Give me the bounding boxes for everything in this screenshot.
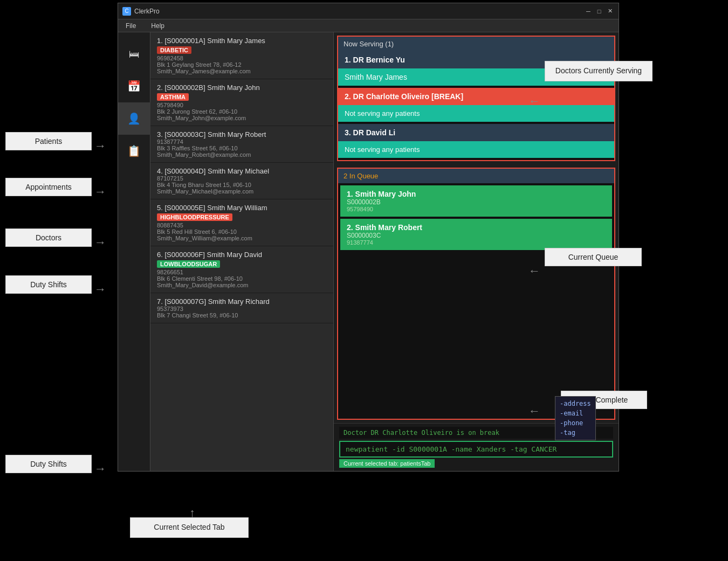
- queue-item-name: 1. Smith Mary John: [347, 190, 606, 198]
- patient-not-serving-bar: Not serving any patients: [338, 141, 614, 158]
- arrow-doctors: →: [94, 236, 106, 250]
- sidebar: 🛏 📅 👤 📋: [118, 32, 150, 471]
- queue-item-id: S0000003C: [347, 232, 606, 239]
- arrow-patients: →: [94, 139, 106, 153]
- patient-name: 5. [S0000005E] Smith Mary William: [157, 204, 327, 212]
- close-button[interactable]: ✕: [606, 7, 614, 16]
- patient-email: Smith_Mary_William@example.com: [157, 235, 327, 241]
- patient-name: 1. [S0000001A] Smith Mary James: [157, 37, 327, 45]
- queue-title: 2 In Queue: [344, 172, 378, 180]
- patient-tag: ASTHMA: [157, 93, 189, 101]
- queue-item[interactable]: 1. Smith Mary John S0000002B 95798490: [340, 185, 612, 217]
- app-icon: C: [122, 7, 131, 16]
- command-input[interactable]: [339, 441, 613, 458]
- titlebar-controls: ─ □ ✕: [584, 7, 614, 16]
- patient-email: Smith_Mary_Robert@example.com: [157, 151, 327, 158]
- status-message: Doctor DR Charlotte Oliveiro is on break: [344, 429, 499, 437]
- patient-item[interactable]: 2. [S0000002B] Smith Mary John ASTHMA 95…: [150, 79, 333, 126]
- patient-address: Blk 6 Clementi Street 98, #06-10: [157, 275, 327, 282]
- menubar: File Help: [118, 19, 619, 32]
- now-serving-section: Now Serving (1) 1. DR Bernice Yu Smith M…: [337, 36, 615, 161]
- queue-item-id: S0000002B: [347, 198, 606, 206]
- queue-list: 1. Smith Mary John S0000002B 95798490 2.…: [338, 185, 614, 250]
- patient-tag: LOWBLOODSUGAR: [157, 260, 220, 268]
- patient-name: 3. [S0000003C] Smith Mary Robert: [157, 130, 327, 138]
- doctor-name-bar: 2. DR Charlotte Oliveiro [BREAK]: [338, 88, 614, 105]
- patient-address: Blk 3 Raffles Street 56, #06-10: [157, 145, 327, 151]
- patient-name: 4. [S0000004D] Smith Mary Michael: [157, 167, 327, 175]
- patient-email: Smith_Mary_John@example.com: [157, 115, 327, 121]
- queue-item-name: 2. Smith Mary Robert: [347, 223, 606, 232]
- arrow-duty-shifts-bottom: →: [94, 462, 106, 476]
- arrow-autocomplete: ←: [528, 404, 540, 418]
- label-appointments: Appointments: [5, 178, 92, 196]
- patient-address: Blk 1 Geylang Street 78, #06-12: [157, 61, 327, 68]
- sidebar-item-appointments[interactable]: 📅: [118, 70, 150, 102]
- patient-address: Blk 4 Tiong Bharu Street 15, #06-10: [157, 182, 327, 188]
- patient-phone: 87107215: [157, 175, 327, 182]
- patient-phone: 98266651: [157, 269, 327, 275]
- label-duty-shifts-top: Duty Shifts: [5, 275, 92, 294]
- sidebar-item-duty-shifts[interactable]: 📋: [118, 135, 150, 167]
- sidebar-item-doctors[interactable]: 👤: [118, 102, 150, 135]
- doctor-name-bar: 3. DR David Li: [338, 124, 614, 141]
- patient-not-serving-bar: Not serving any patients: [338, 105, 614, 122]
- patient-email: Smith_Mary_David@example.com: [157, 282, 327, 288]
- selected-tab-label: Current selected tab: patientsTab: [339, 459, 435, 468]
- doctor-entry: 3. DR David Li Not serving any patients: [338, 124, 614, 158]
- patient-phone: 95373973: [157, 306, 327, 312]
- arrow-duty-shifts-top: →: [94, 282, 106, 296]
- menu-help[interactable]: Help: [148, 21, 168, 31]
- arrow-doctors-currently-serving: ←: [528, 94, 540, 108]
- patient-item[interactable]: 6. [S0000006F] Smith Mary David LOWBLOOD…: [150, 246, 333, 293]
- maximize-button[interactable]: □: [595, 7, 603, 16]
- patient-address: Blk 7 Changi Street 59, #06-10: [157, 312, 327, 318]
- patient-item[interactable]: 7. [S0000007G] Smith Mary Richard 953739…: [150, 293, 333, 323]
- patient-name: 7. [S0000007G] Smith Mary Richard: [157, 297, 327, 306]
- patient-item[interactable]: 4. [S0000004D] Smith Mary Michael 871072…: [150, 163, 333, 199]
- patient-phone: 80887435: [157, 222, 327, 228]
- titlebar: C ClerkPro ─ □ ✕: [118, 3, 619, 19]
- autocomplete-item-tag[interactable]: -tag: [560, 428, 591, 438]
- queue-header: 2 In Queue: [338, 169, 614, 183]
- patient-email: Smith_Mary_Michael@example.com: [157, 188, 327, 195]
- titlebar-left: C ClerkPro: [122, 7, 160, 16]
- patient-phone: 96982458: [157, 55, 327, 61]
- patient-item[interactable]: 3. [S0000003C] Smith Mary Robert 9138777…: [150, 126, 333, 163]
- queue-item-phone: 91387774: [347, 239, 606, 246]
- now-serving-header: Now Serving (1): [338, 37, 614, 51]
- autocomplete-dropdown: -address -email -phone -tag: [555, 396, 596, 440]
- now-serving-title: Now Serving (1): [344, 40, 394, 48]
- label-doctors: Doctors: [5, 228, 92, 247]
- app-window: C ClerkPro ─ □ ✕ File Help 🛏 📅 👤 📋 1. [S…: [118, 3, 619, 472]
- label-duty-shifts-bottom: Duty Shifts: [5, 455, 92, 473]
- autocomplete-item-phone[interactable]: -phone: [560, 418, 591, 428]
- arrow-current-selected-tab: →: [185, 508, 199, 520]
- autocomplete-item-address[interactable]: -address: [560, 399, 591, 408]
- menu-file[interactable]: File: [122, 21, 139, 31]
- patient-list: 1. [S0000001A] Smith Mary James DIABETIC…: [150, 32, 334, 471]
- label-doctors-currently-serving: Doctors Currently Serving: [545, 61, 653, 81]
- patient-email: Smith_Mary_James@example.com: [157, 68, 327, 74]
- queue-item[interactable]: 2. Smith Mary Robert S0000003C 91387774: [340, 219, 612, 250]
- autocomplete-item-email[interactable]: -email: [560, 408, 591, 418]
- doctor-entry: 2. DR Charlotte Oliveiro [BREAK] Not ser…: [338, 88, 614, 122]
- patient-address: Blk 2 Jurong Street 62, #06-10: [157, 108, 327, 115]
- patient-item[interactable]: 1. [S0000001A] Smith Mary James DIABETIC…: [150, 32, 333, 79]
- minimize-button[interactable]: ─: [584, 7, 593, 16]
- patient-phone: 95798490: [157, 102, 327, 108]
- patient-name: 6. [S0000006F] Smith Mary David: [157, 251, 327, 259]
- arrow-appointments: →: [94, 185, 106, 199]
- arrow-current-queue: ←: [528, 264, 540, 278]
- label-current-queue: Current Queue: [545, 248, 642, 266]
- patient-tag: DIABETIC: [157, 46, 191, 54]
- patient-phone: 91387774: [157, 138, 327, 145]
- main-content: 🛏 📅 👤 📋 1. [S0000001A] Smith Mary James …: [118, 32, 619, 471]
- sidebar-item-patients[interactable]: 🛏: [118, 38, 150, 70]
- queue-item-phone: 95798490: [347, 206, 606, 212]
- bottom-section: Doctor DR Charlotte Oliveiro is on break…: [334, 423, 619, 471]
- label-patients: Patients: [5, 132, 92, 150]
- app-title: ClerkPro: [134, 8, 160, 15]
- patient-item[interactable]: 5. [S0000005E] Smith Mary William HIGHBL…: [150, 199, 333, 246]
- patient-name: 2. [S0000002B] Smith Mary John: [157, 84, 327, 92]
